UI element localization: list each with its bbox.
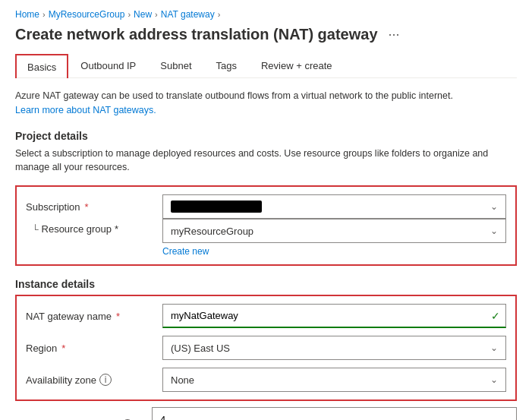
- project-details-box: Subscription * ⌄ └ Resource group *: [15, 185, 517, 266]
- subscription-chevron-icon: ⌄: [490, 201, 498, 212]
- region-control: (US) East US ⌄: [162, 336, 506, 360]
- description-text: Azure NAT gateway can be used to transla…: [15, 90, 453, 101]
- project-details-title: Project details: [15, 130, 517, 142]
- nat-gateway-name-label: NAT gateway name *: [26, 311, 162, 322]
- more-options-icon[interactable]: ···: [389, 27, 400, 43]
- availability-zone-control: None ⌄: [162, 368, 506, 392]
- idle-timeout-control: 4-120: [152, 407, 517, 420]
- availability-zone-dropdown[interactable]: None ⌄: [162, 368, 506, 392]
- tab-review-create[interactable]: Review + create: [249, 54, 345, 77]
- region-row: Region * (US) East US ⌄: [26, 336, 506, 360]
- subscription-control: ⌄: [162, 194, 506, 219]
- availability-zone-value: None: [171, 374, 194, 386]
- tab-basics[interactable]: Basics: [15, 54, 68, 78]
- nat-gateway-name-control: ✓: [162, 304, 506, 328]
- page-title: Create network address translation (NAT)…: [15, 26, 378, 43]
- idle-timeout-input[interactable]: [152, 407, 517, 420]
- resource-group-chevron-icon: ⌄: [490, 226, 498, 236]
- subscription-row: Subscription * ⌄: [26, 194, 506, 219]
- idle-timeout-row: Idle timeout (minutes) * i 4-120: [15, 407, 517, 420]
- availability-zone-label: Availability zone i: [26, 374, 162, 386]
- availability-zone-chevron-icon: ⌄: [490, 374, 498, 385]
- subscription-label: Subscription *: [26, 201, 162, 213]
- instance-details-title: Instance details: [15, 278, 517, 290]
- learn-more-link[interactable]: Learn more about NAT gateways.: [15, 105, 156, 115]
- tab-outbound-ip[interactable]: Outbound IP: [68, 54, 148, 77]
- page-header: Create network address translation (NAT)…: [15, 26, 517, 43]
- tab-tags[interactable]: Tags: [204, 54, 249, 77]
- resource-group-label: Resource group: [42, 223, 112, 235]
- breadcrumb-nat-gateway[interactable]: NAT gateway: [161, 9, 215, 20]
- nat-gateway-name-row: NAT gateway name * ✓: [26, 304, 506, 328]
- nat-gateway-name-input[interactable]: [162, 304, 506, 328]
- resource-group-control: myResourceGroup ⌄ Create new: [162, 219, 506, 257]
- region-label: Region *: [26, 343, 162, 354]
- region-dropdown[interactable]: (US) East US ⌄: [162, 336, 506, 360]
- tabs-bar: Basics Outbound IP Subnet Tags Review + …: [15, 54, 517, 78]
- subscription-dropdown[interactable]: ⌄: [162, 194, 506, 219]
- resource-group-row: └ Resource group * myResourceGroup ⌄ Cre…: [26, 219, 506, 257]
- availability-zone-info-icon[interactable]: i: [99, 374, 112, 386]
- breadcrumb-new[interactable]: New: [134, 9, 152, 20]
- resource-group-dropdown[interactable]: myResourceGroup ⌄: [162, 219, 506, 243]
- project-details-description: Select a subscription to manage deployed…: [15, 147, 517, 175]
- resource-group-value: myResourceGroup: [171, 226, 253, 237]
- instance-details-box: NAT gateway name * ✓ Region * (US) East …: [15, 295, 517, 401]
- tab-subnet[interactable]: Subnet: [148, 54, 203, 77]
- region-value: (US) East US: [171, 343, 230, 354]
- region-chevron-icon: ⌄: [490, 343, 498, 353]
- availability-zone-row: Availability zone i None ⌄: [26, 368, 506, 392]
- subscription-value-redacted: [171, 201, 262, 213]
- create-new-link[interactable]: Create new: [162, 246, 506, 257]
- description-block: Azure NAT gateway can be used to transla…: [15, 89, 517, 118]
- page-container: Home › MyResourceGroup › New › NAT gatew…: [0, 0, 532, 420]
- breadcrumb-resource-group[interactable]: MyResourceGroup: [49, 9, 125, 20]
- breadcrumb: Home › MyResourceGroup › New › NAT gatew…: [15, 9, 517, 20]
- breadcrumb-home[interactable]: Home: [15, 9, 39, 20]
- valid-check-icon: ✓: [491, 310, 500, 322]
